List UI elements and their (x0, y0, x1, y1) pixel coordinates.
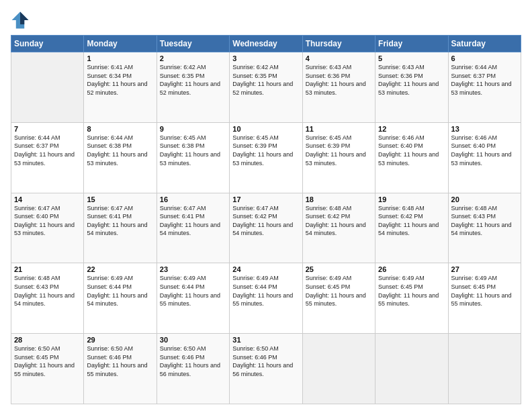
day-header-thursday: Thursday (302, 36, 375, 52)
day-number: 29 (87, 336, 153, 344)
cell-sunset: Sunset: 6:36 PM (378, 73, 423, 79)
day-number: 24 (232, 265, 299, 273)
day-number: 14 (14, 195, 81, 203)
cell-sunrise: Sunrise: 6:47 AM (232, 205, 279, 212)
calendar-cell (302, 334, 375, 404)
cell-sunrise: Sunrise: 6:45 AM (232, 134, 279, 141)
day-header-monday: Monday (84, 36, 157, 52)
cell-sunrise: Sunrise: 6:49 AM (160, 275, 206, 281)
page: SundayMondayTuesdayWednesdayThursdayFrid… (0, 0, 532, 411)
cell-sunrise: Sunrise: 6:47 AM (14, 205, 60, 212)
day-number: 2 (160, 54, 226, 62)
calendar-cell: 10 Sunrise: 6:45 AM Sunset: 6:39 PM Dayl… (230, 122, 302, 193)
day-number: 27 (451, 265, 518, 273)
cell-daylight: Daylight: 11 hours and 55 minutes. (306, 292, 366, 308)
day-number: 25 (306, 265, 372, 273)
day-number: 5 (378, 54, 445, 62)
calendar-cell: 3 Sunrise: 6:42 AM Sunset: 6:35 PM Dayli… (230, 52, 302, 123)
cell-sunset: Sunset: 6:45 PM (306, 283, 351, 290)
cell-daylight: Daylight: 11 hours and 54 minutes. (87, 292, 147, 308)
cell-daylight: Daylight: 11 hours and 56 minutes. (232, 362, 293, 377)
cell-sunset: Sunset: 6:45 PM (378, 283, 423, 290)
cell-daylight: Daylight: 11 hours and 53 minutes. (306, 81, 366, 96)
day-header-saturday: Saturday (448, 36, 521, 52)
calendar-cell: 29 Sunrise: 6:50 AM Sunset: 6:46 PM Dayl… (84, 334, 157, 404)
cell-sunrise: Sunrise: 6:44 AM (14, 134, 60, 141)
cell-sunrise: Sunrise: 6:45 AM (160, 134, 206, 141)
cell-daylight: Daylight: 11 hours and 53 minutes. (160, 151, 220, 167)
cell-sunset: Sunset: 6:40 PM (451, 142, 496, 149)
calendar-cell: 18 Sunrise: 6:48 AM Sunset: 6:42 PM Dayl… (302, 193, 375, 263)
cell-daylight: Daylight: 11 hours and 54 minutes. (451, 222, 512, 237)
calendar-cell: 1 Sunrise: 6:41 AM Sunset: 6:34 PM Dayli… (84, 52, 157, 123)
day-number: 12 (378, 125, 445, 133)
cell-sunset: Sunset: 6:46 PM (160, 354, 205, 361)
logo-icon (11, 11, 30, 30)
cell-sunrise: Sunrise: 6:44 AM (451, 64, 498, 71)
cell-sunrise: Sunrise: 6:49 AM (378, 275, 425, 281)
cell-daylight: Daylight: 11 hours and 55 minutes. (232, 292, 293, 308)
cell-daylight: Daylight: 11 hours and 52 minutes. (232, 81, 293, 96)
day-number: 9 (160, 125, 226, 133)
calendar-cell: 27 Sunrise: 6:49 AM Sunset: 6:45 PM Dayl… (448, 263, 521, 334)
cell-sunrise: Sunrise: 6:43 AM (306, 64, 352, 71)
calendar-cell (448, 334, 521, 404)
cell-daylight: Daylight: 11 hours and 53 minutes. (232, 151, 293, 167)
cell-daylight: Daylight: 11 hours and 53 minutes. (378, 151, 439, 167)
calendar-cell (375, 334, 448, 404)
calendar-cell: 31 Sunrise: 6:50 AM Sunset: 6:46 PM Dayl… (230, 334, 302, 404)
calendar-cell: 16 Sunrise: 6:47 AM Sunset: 6:41 PM Dayl… (157, 193, 229, 263)
cell-daylight: Daylight: 11 hours and 53 minutes. (14, 222, 75, 237)
calendar-cell: 13 Sunrise: 6:46 AM Sunset: 6:40 PM Dayl… (448, 122, 521, 193)
day-number: 28 (14, 336, 81, 344)
day-number: 17 (232, 195, 299, 203)
cell-sunset: Sunset: 6:43 PM (14, 283, 59, 290)
cell-sunrise: Sunrise: 6:49 AM (87, 275, 133, 281)
cell-sunset: Sunset: 6:42 PM (232, 213, 277, 220)
cell-sunset: Sunset: 6:43 PM (451, 213, 496, 220)
calendar-cell: 30 Sunrise: 6:50 AM Sunset: 6:46 PM Dayl… (157, 334, 229, 404)
day-header-friday: Friday (375, 36, 448, 52)
calendar-cell: 2 Sunrise: 6:42 AM Sunset: 6:35 PM Dayli… (157, 52, 229, 123)
calendar-week-4: 28 Sunrise: 6:50 AM Sunset: 6:45 PM Dayl… (11, 334, 521, 404)
cell-sunset: Sunset: 6:44 PM (232, 283, 277, 290)
cell-daylight: Daylight: 11 hours and 53 minutes. (14, 151, 75, 167)
cell-daylight: Daylight: 11 hours and 53 minutes. (451, 151, 512, 167)
calendar-cell: 24 Sunrise: 6:49 AM Sunset: 6:44 PM Dayl… (230, 263, 302, 334)
cell-daylight: Daylight: 11 hours and 52 minutes. (87, 81, 147, 96)
calendar-cell: 28 Sunrise: 6:50 AM Sunset: 6:45 PM Dayl… (11, 334, 84, 404)
cell-daylight: Daylight: 11 hours and 52 minutes. (160, 81, 220, 96)
cell-sunset: Sunset: 6:34 PM (87, 73, 132, 79)
cell-sunset: Sunset: 6:37 PM (451, 73, 496, 79)
cell-sunset: Sunset: 6:45 PM (14, 354, 59, 361)
cell-sunrise: Sunrise: 6:49 AM (451, 275, 498, 281)
cell-sunrise: Sunrise: 6:48 AM (306, 205, 352, 212)
calendar-cell: 6 Sunrise: 6:44 AM Sunset: 6:37 PM Dayli… (448, 52, 521, 123)
cell-sunset: Sunset: 6:46 PM (87, 354, 132, 361)
cell-sunset: Sunset: 6:42 PM (378, 213, 423, 220)
cell-sunrise: Sunrise: 6:50 AM (14, 345, 60, 352)
day-number: 10 (232, 125, 299, 133)
cell-sunrise: Sunrise: 6:49 AM (306, 275, 352, 281)
cell-sunrise: Sunrise: 6:42 AM (160, 64, 206, 71)
cell-daylight: Daylight: 11 hours and 55 minutes. (160, 292, 220, 308)
cell-sunrise: Sunrise: 6:46 AM (378, 134, 425, 141)
day-number: 18 (306, 195, 372, 203)
cell-sunrise: Sunrise: 6:41 AM (87, 64, 133, 71)
cell-sunset: Sunset: 6:40 PM (14, 213, 59, 220)
cell-sunrise: Sunrise: 6:47 AM (160, 205, 206, 212)
calendar-week-3: 21 Sunrise: 6:48 AM Sunset: 6:43 PM Dayl… (11, 263, 521, 334)
cell-daylight: Daylight: 11 hours and 54 minutes. (232, 222, 293, 237)
cell-daylight: Daylight: 11 hours and 54 minutes. (306, 222, 366, 237)
cell-daylight: Daylight: 11 hours and 55 minutes. (87, 362, 147, 377)
calendar-cell: 15 Sunrise: 6:47 AM Sunset: 6:41 PM Dayl… (84, 193, 157, 263)
cell-sunrise: Sunrise: 6:44 AM (87, 134, 133, 141)
cell-sunrise: Sunrise: 6:49 AM (232, 275, 279, 281)
calendar-cell: 4 Sunrise: 6:43 AM Sunset: 6:36 PM Dayli… (302, 52, 375, 123)
day-number: 19 (378, 195, 445, 203)
calendar-cell: 17 Sunrise: 6:47 AM Sunset: 6:42 PM Dayl… (230, 193, 302, 263)
cell-sunrise: Sunrise: 6:48 AM (451, 205, 498, 212)
calendar-cell: 5 Sunrise: 6:43 AM Sunset: 6:36 PM Dayli… (375, 52, 448, 123)
cell-sunrise: Sunrise: 6:45 AM (306, 134, 352, 141)
cell-sunrise: Sunrise: 6:50 AM (232, 345, 279, 352)
